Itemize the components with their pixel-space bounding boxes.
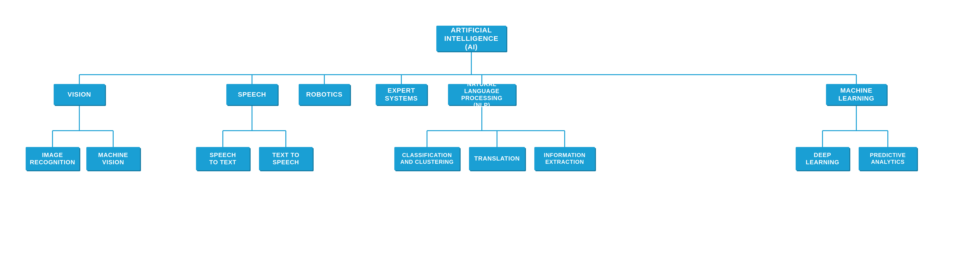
node-predictive-analytics: PREDICTIVE ANALYTICS: [859, 147, 917, 170]
node-deep-learning: DEEP LEARNING: [795, 147, 850, 170]
node-image-recognition: IMAGE RECOGNITION: [25, 147, 80, 170]
node-expert: EXPERT SYSTEMS: [375, 84, 427, 105]
tree-container: ARTIFICIAL INTELLIGENCE (AI) VISION SPEE…: [12, 12, 968, 268]
node-nlp: NATURAL LANGUAGE PROCESSING (NLP): [448, 84, 515, 105]
node-vision: VISION: [54, 84, 105, 105]
node-ml: MACHINE LEARNING: [826, 84, 887, 105]
node-classification: CLASSIFICATION AND CLUSTERING: [395, 147, 460, 170]
node-text-to-speech: TEXT TO SPEECH: [259, 147, 313, 170]
node-speech-to-text: SPEECH TO TEXT: [196, 147, 250, 170]
node-info-extraction: INFORMATION EXTRACTION: [535, 147, 595, 170]
node-robotics: ROBOTICS: [299, 84, 350, 105]
node-machine-vision: MACHINE VISION: [86, 147, 140, 170]
node-translation: TRANSLATION: [469, 147, 525, 170]
node-root: ARTIFICIAL INTELLIGENCE (AI): [436, 25, 506, 51]
node-speech: SPEECH: [226, 84, 278, 105]
